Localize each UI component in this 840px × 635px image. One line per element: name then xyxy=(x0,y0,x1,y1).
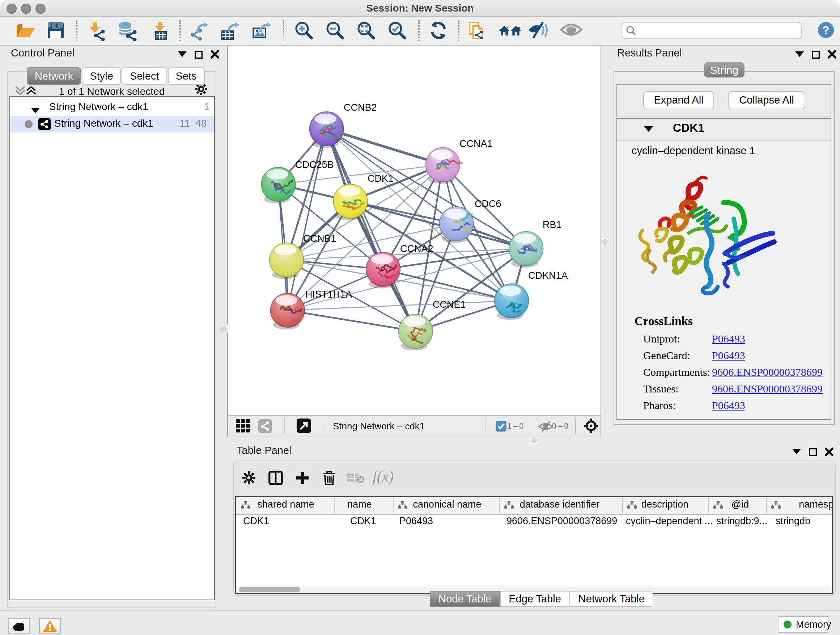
svg-text:RB1: RB1 xyxy=(543,219,562,230)
svg-text:CCNA2: CCNA2 xyxy=(400,243,433,254)
svg-text:CDK1: CDK1 xyxy=(368,173,393,184)
svg-text:CCNE1: CCNE1 xyxy=(433,299,466,310)
svg-text:CCNB1: CCNB1 xyxy=(303,233,336,244)
svg-text:CDC6: CDC6 xyxy=(475,198,501,209)
svg-text:CDKN1A: CDKN1A xyxy=(528,270,568,281)
svg-text:HIST1H1A: HIST1H1A xyxy=(305,289,352,300)
svg-text:CDC25B: CDC25B xyxy=(295,159,334,170)
svg-text:CCNB2: CCNB2 xyxy=(344,102,377,113)
svg-text:CCNA1: CCNA1 xyxy=(459,138,493,149)
svg-text:?: ? xyxy=(823,24,829,36)
